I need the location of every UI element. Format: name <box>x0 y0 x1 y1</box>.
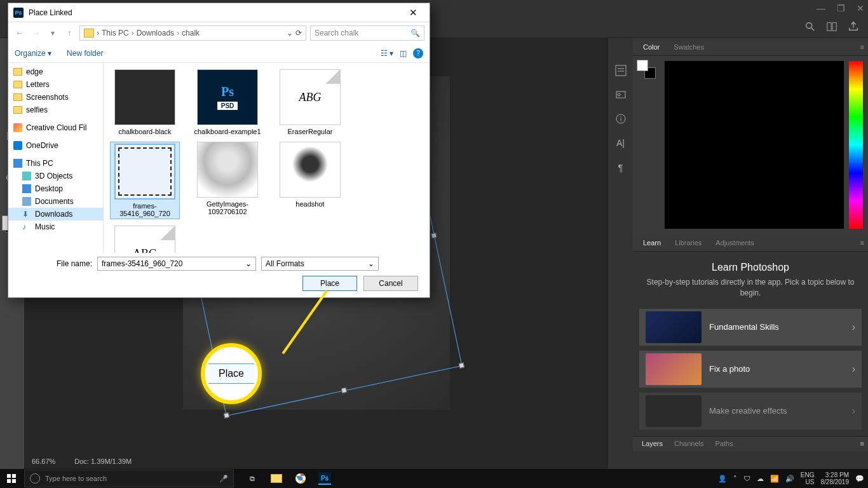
tab-libraries[interactable]: Libraries <box>668 235 708 250</box>
arrange-documents-icon[interactable] <box>826 21 839 34</box>
refresh-icon[interactable]: ⟳ <box>295 29 302 37</box>
new-folder-button[interactable]: New folder <box>67 49 103 58</box>
tab-layers[interactable]: Layers <box>637 437 668 450</box>
tree-node[interactable]: Screenshots <box>8 91 103 104</box>
transform-handle[interactable] <box>459 362 465 368</box>
crumb[interactable]: Downloads <box>137 29 174 37</box>
nav-up-button[interactable]: ↑ <box>63 29 76 37</box>
tab-channels[interactable]: Channels <box>669 437 709 450</box>
volume-icon[interactable]: 🔊 <box>785 475 794 483</box>
tab-color[interactable]: Color <box>637 39 666 55</box>
svg-point-0 <box>806 22 812 28</box>
tab-paths[interactable]: Paths <box>710 437 738 450</box>
task-view-button[interactable]: ⧉ <box>241 470 263 487</box>
paragraph-panel-icon[interactable]: ¶ <box>614 160 628 174</box>
learn-card[interactable]: Make creative effects › <box>639 393 862 430</box>
panel-menu-icon[interactable]: ≡ <box>860 440 864 447</box>
search-icon[interactable] <box>804 21 817 34</box>
tab-swatches[interactable]: Swatches <box>667 39 710 55</box>
tree-node[interactable]: 3D Objects <box>8 170 103 182</box>
file-item[interactable]: ABGSEASRN__ <box>110 226 180 253</box>
libraries-panel-icon[interactable] <box>614 88 628 102</box>
tree-node[interactable]: Documents <box>8 195 103 208</box>
tree-node[interactable]: edge <box>8 65 103 78</box>
learn-card[interactable]: Fix a photo › <box>639 351 862 388</box>
transform-handle[interactable] <box>224 412 229 418</box>
photoshop-taskbar-icon[interactable]: Ps <box>314 470 336 487</box>
color-field[interactable] <box>665 61 844 229</box>
breadcrumb-dropdown-icon[interactable]: ⌄ <box>287 29 293 37</box>
learn-card[interactable]: Fundamental Skills › <box>639 309 862 346</box>
transform-handle[interactable] <box>431 233 437 238</box>
nav-recent-button[interactable]: ▾ <box>46 29 59 37</box>
file-item[interactable]: PsPSDchalkboard-example1 <box>193 69 262 135</box>
file-list[interactable]: chalkboard-black PsPSDchalkboard-example… <box>104 63 430 253</box>
character-panel-icon[interactable]: A| <box>614 136 628 150</box>
file-item-selected[interactable]: frames-35416_960_720 <box>110 142 180 219</box>
people-icon[interactable]: 👤 <box>718 475 727 483</box>
tree-node[interactable]: This PC <box>8 157 103 170</box>
folder-icon <box>84 29 94 37</box>
file-explorer-icon[interactable] <box>266 470 287 487</box>
nav-forward-button[interactable]: → <box>30 29 43 37</box>
crumb[interactable]: This PC <box>102 29 129 37</box>
transform-handle[interactable] <box>341 388 347 393</box>
tree-node[interactable]: Desktop <box>8 182 103 195</box>
file-item[interactable]: headshot <box>275 142 345 219</box>
dialog-search-input[interactable]: Search chalk 🔍 <box>310 25 424 41</box>
chevron-right-icon: › <box>852 405 855 417</box>
callout-magnifier: Place <box>201 343 262 404</box>
start-button[interactable] <box>0 469 23 488</box>
dialog-close-button[interactable]: ✕ <box>402 4 424 22</box>
crumb[interactable]: chalk <box>182 29 200 37</box>
file-name-input[interactable]: frames-35416_960_720⌄ <box>97 257 256 271</box>
learn-subtitle: Step-by-step tutorials directly in the a… <box>643 277 858 299</box>
tray-expand-icon[interactable]: ˄ <box>733 475 737 483</box>
hue-slider[interactable] <box>849 61 863 229</box>
tab-learn[interactable]: Learn <box>637 235 667 250</box>
svg-rect-12 <box>7 474 11 478</box>
close-button[interactable]: ✕ <box>857 3 864 13</box>
place-button[interactable]: Place <box>302 276 357 291</box>
help-icon[interactable]: ? <box>413 48 423 58</box>
taskbar-search[interactable]: Type here to search 🎤 <box>24 470 234 487</box>
panel-menu-icon[interactable]: ≡ <box>860 43 864 51</box>
action-center-icon[interactable]: 💬 <box>855 475 864 483</box>
properties-panel-icon[interactable] <box>614 64 628 78</box>
mic-icon[interactable]: 🎤 <box>219 475 228 483</box>
info-panel-icon[interactable]: i <box>614 112 628 126</box>
file-format-select[interactable]: All Formats⌄ <box>261 257 379 271</box>
security-icon[interactable]: 🛡 <box>743 475 750 482</box>
maximize-button[interactable]: ❐ <box>837 3 845 13</box>
tree-node[interactable]: ♪Music <box>8 220 103 233</box>
file-item[interactable]: chalkboard-black <box>110 69 180 135</box>
dialog-titlebar[interactable]: Ps Place Linked ✕ <box>8 3 430 22</box>
tree-node[interactable]: Creative Cloud Fil <box>8 121 103 134</box>
onedrive-tray-icon[interactable]: ☁ <box>757 475 764 483</box>
language-indicator[interactable]: ENGUS <box>801 471 815 485</box>
panel-menu-icon[interactable]: ≡ <box>860 239 864 247</box>
minimize-button[interactable]: — <box>817 3 825 13</box>
right-panels: Color Swatches ≡ Learn Libraries Adjustm… <box>633 38 868 469</box>
preview-pane-button[interactable]: ◫ <box>400 49 407 58</box>
tree-node-selected[interactable]: ⬇Downloads <box>8 208 103 220</box>
clock[interactable]: 3:28 PM8/28/2019 <box>821 471 850 485</box>
folder-tree[interactable]: edge Letters Screenshots selfies Creativ… <box>8 63 104 253</box>
tree-node[interactable]: OneDrive <box>8 139 103 152</box>
breadcrumb[interactable]: › This PC› Downloads› chalk ⌄ ⟳ <box>79 25 306 41</box>
chrome-icon[interactable] <box>290 470 311 487</box>
network-icon[interactable]: 📶 <box>770 475 779 483</box>
file-item[interactable]: ABGEraserRegular <box>275 69 345 135</box>
svg-rect-13 <box>12 474 16 478</box>
nav-back-button[interactable]: ← <box>13 29 26 37</box>
fg-bg-swatch[interactable] <box>637 60 656 79</box>
organize-button[interactable]: Organize ▾ <box>15 49 51 58</box>
file-item[interactable]: GettyImages-1092706102 <box>193 142 262 219</box>
cancel-button[interactable]: Cancel <box>363 276 418 291</box>
card-thumb <box>646 311 702 343</box>
tree-node[interactable]: selfies <box>8 104 103 116</box>
share-icon[interactable] <box>848 21 860 34</box>
tab-adjustments[interactable]: Adjustments <box>709 235 761 250</box>
tree-node[interactable]: Letters <box>8 78 103 91</box>
view-mode-button[interactable]: ☷ ▾ <box>381 49 393 58</box>
